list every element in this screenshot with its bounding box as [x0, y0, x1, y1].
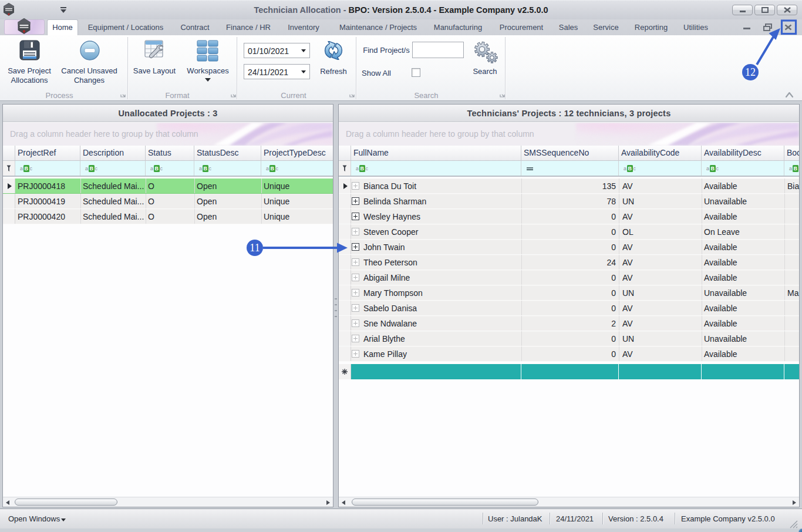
- svg-text:12: 12: [745, 66, 756, 78]
- svg-text:11: 11: [250, 242, 260, 254]
